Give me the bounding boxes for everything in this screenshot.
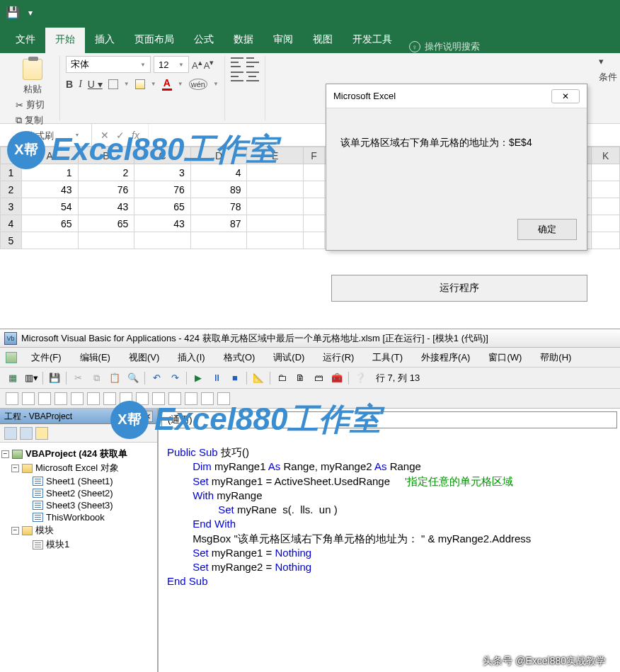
row-header[interactable]: 5 xyxy=(1,232,22,249)
toolbar-icon[interactable] xyxy=(201,392,214,405)
qat-dropdown-icon[interactable]: ▾ xyxy=(28,8,33,18)
collapse-icon[interactable]: − xyxy=(11,465,19,472)
tab-insert[interactable]: 插入 xyxy=(85,28,125,53)
fx-icon[interactable]: fx xyxy=(132,130,139,141)
tab-page-layout[interactable]: 页面布局 xyxy=(125,28,184,53)
menu-format[interactable]: 格式(O) xyxy=(215,350,264,365)
cell[interactable] xyxy=(303,215,324,232)
cell[interactable] xyxy=(134,232,191,249)
decrease-font-icon[interactable]: A▾ xyxy=(204,58,214,71)
menu-edit[interactable]: 编辑(E) xyxy=(71,350,119,365)
cell[interactable] xyxy=(592,164,620,181)
increase-font-icon[interactable]: A▴ xyxy=(192,58,202,71)
cell[interactable] xyxy=(592,232,620,249)
format-painter-button[interactable]: ✎格式刷 xyxy=(16,130,54,142)
align-center-icon[interactable] xyxy=(246,72,259,81)
find-icon[interactable]: 🔍 xyxy=(126,371,140,385)
cell[interactable] xyxy=(303,232,324,249)
break-icon[interactable]: ⏸ xyxy=(209,371,224,385)
toolbar-icon[interactable] xyxy=(54,392,67,405)
view-excel-icon[interactable]: ▦ xyxy=(6,371,20,385)
run-icon[interactable]: ▶ xyxy=(191,371,205,385)
menu-view[interactable]: 视图(V) xyxy=(120,350,168,365)
collapse-icon[interactable]: − xyxy=(1,450,9,458)
cell[interactable]: 4 xyxy=(190,164,247,181)
close-icon[interactable]: ✕ xyxy=(551,89,580,103)
cell[interactable]: 76 xyxy=(134,181,191,198)
underline-button[interactable]: U ▾ xyxy=(88,79,103,90)
menu-help[interactable]: 帮助(H) xyxy=(532,350,580,365)
cell[interactable] xyxy=(592,181,620,198)
cell[interactable]: 87 xyxy=(190,215,247,232)
cell[interactable] xyxy=(190,232,247,249)
align-top-icon[interactable] xyxy=(231,57,243,67)
cell[interactable]: 3 xyxy=(134,164,191,181)
project-explorer-title[interactable]: 工程 - VBAProject ✕ xyxy=(0,409,157,424)
toolbar-icon[interactable] xyxy=(152,392,165,405)
cell[interactable] xyxy=(247,215,304,232)
reset-icon[interactable]: ■ xyxy=(228,371,242,385)
font-size-dropdown[interactable]: 12▼ xyxy=(154,56,189,73)
conditional-format-button[interactable]: 条件 xyxy=(599,71,617,84)
run-macro-button[interactable]: 运行程序 xyxy=(331,275,587,302)
save-icon[interactable]: 💾 xyxy=(47,371,62,385)
paste-icon[interactable]: 📋 xyxy=(108,371,122,385)
insert-module-icon[interactable]: ▥▾ xyxy=(24,371,38,385)
cell[interactable]: 65 xyxy=(78,215,134,232)
column-header[interactable]: C xyxy=(134,147,191,164)
cell[interactable] xyxy=(247,198,304,215)
tab-data[interactable]: 数据 xyxy=(224,28,263,53)
menu-addins[interactable]: 外接程序(A) xyxy=(413,350,478,365)
cell[interactable] xyxy=(303,198,324,215)
row-header[interactable]: 3 xyxy=(1,198,22,215)
project-tree[interactable]: −VBAProject (424 获取单 −Microsoft Excel 对象… xyxy=(0,443,157,672)
tell-me-search[interactable]: ♀ 操作说明搜索 xyxy=(409,40,480,53)
cell[interactable] xyxy=(21,232,78,249)
cell[interactable]: 43 xyxy=(134,215,191,232)
column-header[interactable]: B xyxy=(78,147,134,164)
toolbar-icon[interactable] xyxy=(217,392,230,405)
row-header[interactable]: 4 xyxy=(1,215,22,232)
menu-run[interactable]: 运行(R) xyxy=(314,350,362,365)
cell[interactable] xyxy=(592,215,620,232)
view-object-icon[interactable] xyxy=(20,427,33,440)
menu-file[interactable]: 文件(F) xyxy=(23,350,70,365)
menu-tools[interactable]: 工具(T) xyxy=(364,350,411,365)
toolbar-icon[interactable] xyxy=(87,392,100,405)
cell[interactable] xyxy=(247,232,304,249)
align-middle-icon[interactable] xyxy=(246,57,259,67)
cell[interactable]: 65 xyxy=(134,198,191,215)
toolbox-icon[interactable]: 🧰 xyxy=(330,371,344,385)
cell[interactable]: 78 xyxy=(190,198,247,215)
chevron-down-icon[interactable]: ▾ xyxy=(599,56,617,67)
tab-file[interactable]: 文件 xyxy=(6,28,45,53)
toolbar-icon[interactable] xyxy=(6,392,18,405)
cell[interactable]: 65 xyxy=(21,215,78,232)
cell[interactable] xyxy=(78,232,134,249)
column-header[interactable]: F xyxy=(303,147,324,164)
object-browser-icon[interactable]: 🗃 xyxy=(311,371,326,385)
toolbar-icon[interactable] xyxy=(120,392,132,405)
row-header[interactable]: 2 xyxy=(1,181,22,198)
properties-icon[interactable]: 🗎 xyxy=(293,371,307,385)
cell[interactable]: 1 xyxy=(21,164,78,181)
tab-review[interactable]: 审阅 xyxy=(263,28,303,53)
project-explorer-icon[interactable]: 🗀 xyxy=(275,371,289,385)
row-header[interactable]: 1 xyxy=(1,164,22,181)
dialog-title-bar[interactable]: Microsoft Excel ✕ xyxy=(326,84,587,108)
cell[interactable]: 54 xyxy=(21,198,78,215)
cell[interactable]: 89 xyxy=(190,181,247,198)
menu-debug[interactable]: 调试(D) xyxy=(265,350,313,365)
copy-button[interactable]: ⧉复制 xyxy=(16,114,54,127)
toolbar-icon[interactable] xyxy=(22,392,35,405)
cell[interactable]: 43 xyxy=(78,198,134,215)
tab-home[interactable]: 开始 xyxy=(45,28,85,53)
tab-developer[interactable]: 开发工具 xyxy=(343,28,402,53)
toolbar-icon[interactable] xyxy=(103,392,116,405)
cell[interactable] xyxy=(592,198,620,215)
cell[interactable] xyxy=(247,164,304,181)
help-icon[interactable]: ❔ xyxy=(353,371,367,385)
column-header[interactable]: A xyxy=(21,147,78,164)
cell[interactable] xyxy=(303,164,324,181)
design-mode-icon[interactable]: 📐 xyxy=(251,371,265,385)
